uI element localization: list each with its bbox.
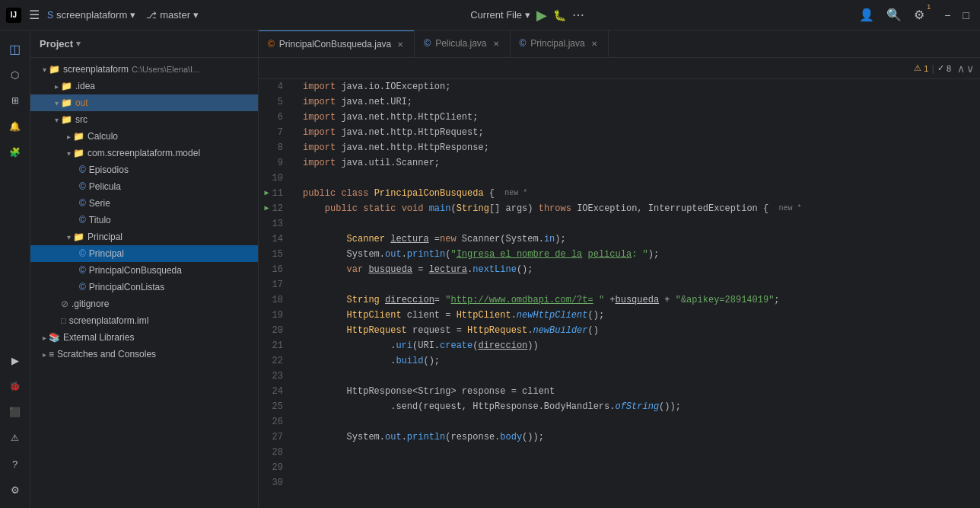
current-file-btn[interactable]: Current File ▾: [470, 9, 530, 21]
sidebar-item-project[interactable]: ◫: [3, 37, 27, 61]
current-file-label: Current File: [470, 9, 522, 21]
project-title: Project: [40, 38, 73, 50]
out-label: out: [75, 97, 88, 108]
tab3-close[interactable]: ✕: [590, 39, 599, 49]
tree-item-principal-folder[interactable]: ▾ 📁 Principal: [30, 228, 258, 245]
serie-icon: ©: [79, 198, 86, 209]
branch-section[interactable]: ⎇ master ▾: [146, 9, 199, 21]
code-line-21: .uri(URI.create(direccion)): [297, 338, 980, 353]
tab-principal[interactable]: © Principal.java ✕: [511, 30, 609, 57]
code-line-14: Scanner lectura =new Scanner(System.in);: [297, 232, 980, 247]
win-controls: − □: [940, 8, 974, 23]
code-editor[interactable]: 4 5 6 7 8 9 10 ▶11 ▶12 13 14 15 16 17 18…: [259, 79, 980, 508]
run-tool-icon[interactable]: ▶: [3, 348, 27, 372]
main-layout: ◫ ⬡ ⊞ 🔔 🧩 ▶ 🐞 ⬛ ⚠ ? ⚙ Project ▾ ▾ 📁 scre…: [0, 30, 980, 508]
ln-5: 5: [259, 94, 289, 110]
tree-item-principalconbusqueda[interactable]: ▸ © PrincipalConBusqueda: [30, 262, 258, 279]
code-line-19: HttpClient client = HttpClient.newHttpCl…: [297, 308, 980, 323]
tree-item-serie[interactable]: ▸ © Serie: [30, 195, 258, 212]
ln-21: 21: [259, 338, 289, 353]
branch-label: master: [160, 9, 190, 21]
maximize-button[interactable]: □: [959, 8, 974, 23]
principal-folder-icon: 📁: [73, 232, 84, 242]
tree-item-gitignore[interactable]: ▸ ⊘ .gitignore: [30, 296, 258, 312]
tree-item-pelicula[interactable]: ▸ © Pelicula: [30, 178, 258, 195]
ln-8: 8: [259, 140, 289, 155]
project-dropdown-icon[interactable]: ▾: [76, 39, 81, 49]
settings-icon[interactable]: ⚙ 1: [911, 5, 928, 25]
help-icon[interactable]: ?: [3, 452, 27, 476]
problems-icon[interactable]: ⚠: [3, 426, 27, 450]
pcb-label: PrincipalConBusqueda: [89, 265, 182, 276]
iml-label: screenplataform.iml: [69, 315, 149, 326]
terminal-icon[interactable]: ⬛: [3, 400, 27, 424]
serie-label: Serie: [89, 198, 110, 209]
sidebar-item-notifications[interactable]: 🔔: [3, 114, 27, 139]
debug-tool-icon[interactable]: 🐞: [3, 374, 27, 398]
code-line-8: import java.net.http.HttpResponse;: [297, 140, 980, 155]
more-options-button[interactable]: ⋯: [572, 8, 584, 22]
debug-button[interactable]: 🐛: [553, 9, 566, 21]
tree-item-principal-class[interactable]: ▸ © Principal: [30, 245, 258, 262]
ln-24: 24: [259, 384, 289, 399]
tree-item-scratches[interactable]: ▸ ≡ Scratches and Consoles: [30, 346, 258, 363]
tree-item-titulo[interactable]: ▸ © Titulo: [30, 212, 258, 228]
tab2-close[interactable]: ✕: [492, 39, 501, 49]
tree-item-calculo[interactable]: ▸ 📁 Calculo: [30, 128, 258, 145]
info-badge[interactable]: ✓ 8: [937, 63, 951, 73]
project-panel: Project ▾ ▾ 📁 screenplataform C:\Users\E…: [30, 30, 259, 508]
root-label: screenplataform: [63, 64, 129, 75]
tab2-icon: ©: [424, 38, 431, 49]
gitignore-icon: ⊘: [61, 299, 68, 309]
minimize-button[interactable]: −: [940, 8, 955, 23]
tree-item-iml[interactable]: ▸ □ screenplataform.iml: [30, 312, 258, 329]
tree-item-out[interactable]: ▾ 📁 out: [30, 94, 258, 111]
code-line-25: .send(request, HttpResponse.BodyHandlers…: [297, 399, 980, 414]
ln-19: 19: [259, 308, 289, 323]
principal-class-label: Principal: [89, 248, 124, 259]
run-button[interactable]: ▶: [536, 7, 547, 24]
code-line-22: .build();: [297, 353, 980, 369]
tree-item-principalconlistas[interactable]: ▸ © PrincipalConListas: [30, 279, 258, 296]
ln-11: ▶11: [259, 186, 289, 201]
src-folder-icon: 📁: [61, 114, 72, 125]
expand-all-btn[interactable]: ∧: [957, 62, 965, 75]
sidebar-item-plugins[interactable]: 🧩: [3, 140, 27, 165]
tab-pelicula[interactable]: © Pelicula.java ✕: [415, 30, 510, 57]
hamburger-icon[interactable]: ☰: [26, 5, 43, 25]
project-header: Project ▾: [30, 30, 258, 58]
code-line-18: String direccion= "http://www.omdbapi.co…: [297, 292, 980, 308]
tree-item-episodios[interactable]: ▸ © Episodios: [30, 161, 258, 178]
sidebar-item-commit[interactable]: ⬡: [3, 62, 27, 87]
tree-item-idea[interactable]: ▸ 📁 .idea: [30, 78, 258, 94]
gitignore-label: .gitignore: [72, 299, 109, 309]
icon-sidebar: ◫ ⬡ ⊞ 🔔 🧩 ▶ 🐞 ⬛ ⚠ ? ⚙: [0, 30, 30, 508]
editor-info-bar: ⚠ 1 | ✓ 8 ∧ ∨: [259, 58, 980, 79]
tab1-close[interactable]: ✕: [396, 40, 405, 50]
user-icon[interactable]: 👤: [856, 5, 877, 25]
tree-item-model[interactable]: ▾ 📁 com.screenplataform.model: [30, 145, 258, 161]
current-file-chevron: ▾: [525, 9, 530, 21]
code-line-15: System.out.println("Ingresa el nombre de…: [297, 247, 980, 262]
extlibs-label: External Libraries: [63, 332, 134, 343]
pcb-icon: ©: [79, 265, 86, 276]
tree-item-src[interactable]: ▾ 📁 src: [30, 111, 258, 128]
tree-item-external-libs[interactable]: ▸ 📚 External Libraries: [30, 329, 258, 346]
ln-13: 13: [259, 216, 289, 232]
badge-separator: |: [931, 62, 934, 74]
tab-principalconbusqueda[interactable]: © PrincipalConBusqueda.java ✕: [259, 30, 415, 57]
warning-badge[interactable]: ⚠ 1: [914, 63, 928, 73]
extlibs-icon: 📚: [49, 332, 60, 343]
collapse-all-btn[interactable]: ∨: [966, 62, 974, 75]
ln-14: 14: [259, 232, 289, 247]
tree-item-root[interactable]: ▾ 📁 screenplataform C:\Users\Elena\I...: [30, 61, 258, 78]
sidebar-item-structure[interactable]: ⊞: [3, 88, 27, 113]
settings-tool-icon[interactable]: ⚙: [3, 478, 27, 502]
code-line-26: [297, 414, 980, 430]
search-icon[interactable]: 🔍: [883, 5, 905, 25]
code-line-10: [297, 171, 980, 186]
warning-count: 1: [924, 64, 928, 73]
code-content[interactable]: import java.io.IOException; import java.…: [297, 79, 980, 508]
titlebar: IJ ☰ S screenplataform ▾ ⎇ master ▾ Curr…: [0, 0, 980, 30]
project-dropdown[interactable]: S screenplataform ▾: [47, 9, 135, 21]
